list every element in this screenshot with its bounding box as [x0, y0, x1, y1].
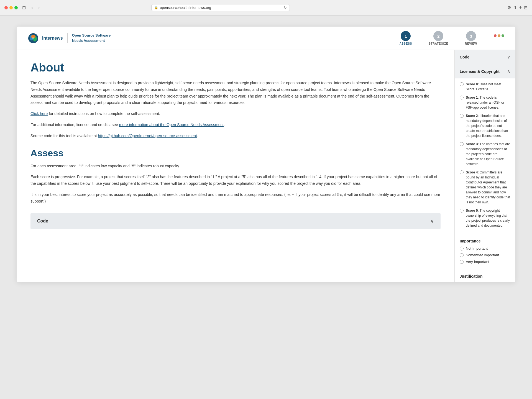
score-4-text: Score 4: Committers are bound by an Indi… [466, 170, 510, 205]
logo-area: Internews Open Source Software Needs Ass… [28, 33, 111, 44]
assess-paragraph-2: Each score is progressive. For example, … [30, 174, 441, 187]
score-0-radio[interactable] [460, 82, 464, 86]
score-5-item: Score 5: The copyright ownership of ever… [460, 208, 510, 228]
click-here-link[interactable]: Click here [30, 111, 48, 116]
score-2-text: Score 2: Libraries that are mandatory de… [466, 113, 510, 138]
assess-paragraph-3: It is in your best interest to score you… [30, 191, 441, 205]
about-paragraph-2: Click here for detailed instructions on … [30, 111, 441, 117]
step-4-dots [494, 34, 504, 37]
importance-somewhat-important: Somewhat Important [460, 253, 510, 257]
importance-title: Importance [460, 239, 510, 243]
sidebar-toggle-button[interactable]: ⊡ [21, 4, 27, 11]
importance-section: Importance Not Important Somewhat Import… [455, 235, 515, 270]
github-link[interactable]: https://github.com/OpenInternet/open-sou… [98, 134, 197, 138]
svg-point-4 [32, 37, 34, 39]
sidebar-licenses-title: Licenses & Copyright [460, 69, 500, 74]
importance-very-important-radio[interactable] [460, 260, 464, 264]
sidebar: Code ∨ Licenses & Copyright ∧ Score 0: D… [454, 50, 515, 282]
minimize-button[interactable] [9, 6, 13, 9]
about-paragraph-4: Source code for this tool is available a… [30, 133, 441, 139]
score-5-radio[interactable] [460, 209, 464, 213]
step-connector-2 [448, 36, 465, 36]
steps-nav: 1 ASSESS 2 STRATEGIZE 3 REVIEW [400, 31, 504, 45]
score-2-item: Score 2: Libraries that are mandatory de… [460, 113, 510, 138]
importance-very-important: Very Important [460, 259, 510, 264]
step-3[interactable]: 3 REVIEW [465, 31, 477, 45]
sidebar-code-title: Code [460, 55, 469, 59]
score-3-text: Score 3: The libraries that are mandator… [466, 142, 510, 167]
assess-title: Assess [30, 148, 441, 158]
app-window: Internews Open Source Software Needs Ass… [17, 27, 515, 282]
score-3-item: Score 3: The libraries that are mandator… [460, 142, 510, 167]
step-4[interactable] [494, 34, 504, 42]
url-input[interactable] [160, 6, 282, 10]
step-2-label: STRATEGIZE [429, 42, 448, 45]
about-title: About [30, 61, 441, 74]
close-button[interactable] [4, 6, 8, 9]
justification-title: Justification [460, 274, 510, 278]
score-3-radio[interactable] [460, 142, 464, 146]
sidebar-licenses-section: Licenses & Copyright ∧ Score 0: Does not… [455, 64, 515, 235]
score-1-text: Score 1: The code is released under an O… [466, 95, 510, 110]
logo-subtitle: Open Source Software Needs Assessment [72, 33, 111, 43]
importance-not-important-radio[interactable] [460, 247, 464, 250]
tabs-icon[interactable]: ⊞ [524, 5, 528, 10]
main-layout: About The Open Source Software Needs Ass… [17, 50, 515, 282]
sidebar-code-chevron: ∨ [507, 54, 510, 60]
importance-not-important-label: Not Important [466, 246, 488, 250]
score-1-item: Score 1: The code is released under an O… [460, 95, 510, 110]
back-button[interactable]: ‹ [30, 5, 34, 11]
importance-very-important-label: Very Important [466, 260, 489, 264]
internews-logo-icon [28, 33, 39, 44]
address-bar: 🔒 ↻ [151, 4, 290, 11]
step-dot-green [502, 34, 504, 37]
code-accordion-chevron: ∨ [430, 218, 434, 224]
new-tab-icon[interactable]: + [519, 5, 522, 10]
step-dot-yellow [498, 34, 500, 37]
sidebar-licenses-body: Score 0: Does not meet Score 1 criteria … [455, 78, 515, 235]
step-1[interactable]: 1 ASSESS [400, 31, 412, 45]
score-2-radio[interactable] [460, 114, 464, 118]
step-connector-1 [412, 36, 429, 36]
browser-chrome: ⊡ ‹ › 🔒 ↻ ⚙ ⬆ + ⊞ [0, 0, 532, 16]
score-5-text: Score 5: The copyright ownership of ever… [466, 208, 510, 228]
score-4-item: Score 4: Committers are bound by an Indi… [460, 170, 510, 205]
code-accordion: Code ∨ [30, 213, 441, 229]
code-accordion-title: Code [37, 219, 48, 224]
lock-icon: 🔒 [154, 6, 158, 9]
importance-somewhat-important-label: Somewhat Important [466, 253, 499, 257]
logo-divider [67, 33, 68, 43]
score-0-text: Score 0: Does not meet Score 1 criteria [466, 82, 510, 92]
share-icon[interactable]: ⬆ [513, 5, 517, 10]
sidebar-licenses-header[interactable]: Licenses & Copyright ∧ [455, 64, 515, 78]
score-0-item: Score 0: Does not meet Score 1 criteria [460, 82, 510, 92]
importance-not-important: Not Important [460, 246, 510, 250]
sidebar-code-section: Code ∨ [455, 50, 515, 64]
step-1-label: ASSESS [400, 42, 412, 45]
importance-somewhat-important-radio[interactable] [460, 253, 464, 257]
code-accordion-header[interactable]: Code ∨ [30, 213, 441, 229]
step-3-circle: 3 [466, 31, 476, 41]
browser-actions: ⚙ ⬆ + ⊞ [507, 5, 528, 10]
score-1-radio[interactable] [460, 96, 464, 99]
maximize-button[interactable] [14, 6, 18, 9]
reload-icon[interactable]: ↻ [284, 6, 287, 10]
step-dot-red [494, 34, 497, 37]
step-2[interactable]: 2 STRATEGIZE [429, 31, 448, 45]
content-area: About The Open Source Software Needs Ass… [17, 50, 454, 282]
about-paragraph-3: For additional information, license, and… [30, 122, 441, 128]
score-4-radio[interactable] [460, 170, 464, 174]
sidebar-code-header[interactable]: Code ∨ [455, 50, 515, 64]
internews-logo-text: Internews [42, 36, 63, 41]
page-container: Internews Open Source Software Needs Ass… [0, 16, 532, 399]
step-1-circle: 1 [401, 31, 411, 41]
traffic-lights [4, 6, 18, 9]
more-info-link[interactable]: more information about the Open Source N… [119, 122, 224, 127]
step-connector-3 [477, 36, 494, 36]
sidebar-licenses-chevron: ∧ [507, 69, 510, 74]
reader-mode-icon[interactable]: ⚙ [507, 5, 511, 10]
assess-paragraph-1: For each assessment area, "1" indicates … [30, 163, 441, 170]
justification-section: Justification [455, 270, 515, 282]
app-header: Internews Open Source Software Needs Ass… [17, 27, 515, 50]
forward-button[interactable]: › [37, 5, 41, 11]
